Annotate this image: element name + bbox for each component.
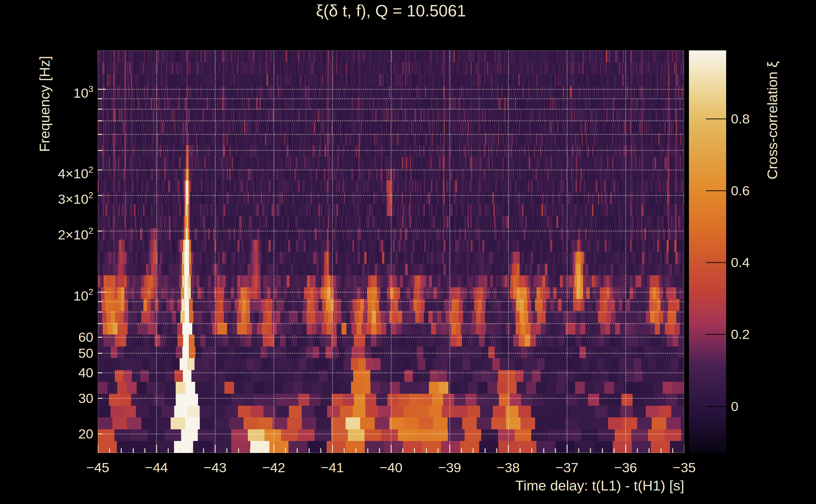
x-tick-label: −42 (249, 460, 299, 475)
colorbar-tick-label: 0.8 (731, 110, 750, 127)
x-tick-label: −43 (190, 460, 240, 475)
y-tick-label: 50 (78, 345, 93, 362)
y-tick-label: 20 (78, 425, 93, 442)
y-axis-title: Frequency [Hz] (37, 56, 53, 152)
y-tick-label: 40 (78, 364, 93, 381)
colorbar-tick-label: 0.2 (731, 326, 750, 343)
x-tick-label: −36 (600, 460, 651, 475)
x-tick-label: −41 (307, 460, 358, 475)
x-tick-label: −37 (542, 460, 592, 475)
colorbar-tick-label: 0.6 (731, 182, 750, 199)
x-tick-label: −45 (72, 460, 123, 475)
colorbar-title: Cross-correlation ξ (764, 61, 781, 179)
x-tick-label: −44 (131, 460, 181, 475)
figure-root: ξ(δ t, f), Q = 10.5061 Frequency [Hz] Ti… (0, 0, 816, 504)
y-tick-label: 3×102 (58, 187, 93, 208)
colorbar-tick-label: 0.4 (731, 254, 750, 271)
x-axis-title: Time delay: t(L1) - t(H1) [s] (515, 478, 684, 494)
y-tick-label: 2×102 (58, 222, 93, 243)
y-tick-label: 103 (73, 81, 93, 101)
colorbar-tick-label: 0 (731, 398, 738, 415)
y-tick-label: 30 (78, 390, 93, 407)
colorbar-gradient (689, 50, 726, 453)
chart-title: ξ(δ t, f), Q = 10.5061 (316, 1, 466, 20)
y-tick-label: 102 (73, 283, 93, 304)
x-tick-label: −35 (659, 460, 710, 475)
x-tick-label: −40 (366, 460, 416, 475)
y-tick-label: 4×102 (58, 161, 93, 182)
y-tick-label: 60 (78, 329, 93, 346)
x-tick-label: −39 (424, 460, 475, 475)
spectrogram-heatmap (98, 50, 684, 453)
x-tick-label: −38 (483, 460, 533, 475)
